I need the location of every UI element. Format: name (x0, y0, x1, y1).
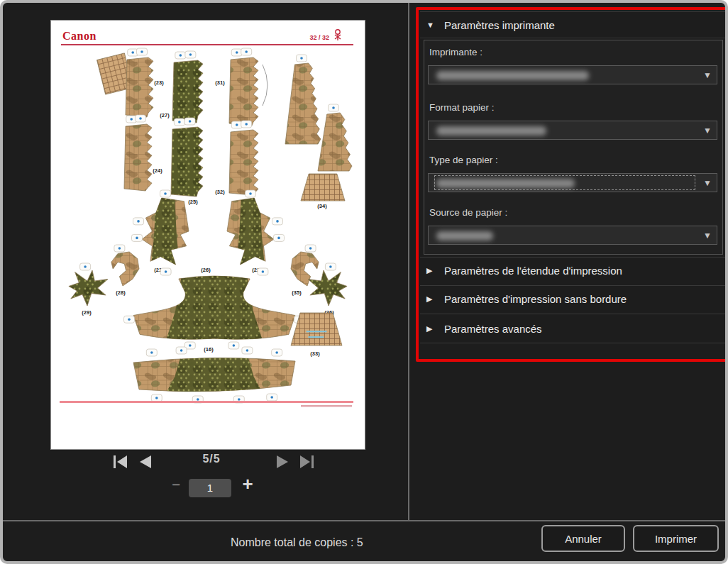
collapse-triangle-icon: ▶ (426, 294, 435, 304)
piece-label: (34) (317, 203, 327, 209)
total-copies-text: Nombre total de copies : 5 (231, 536, 363, 549)
canon-logo: Canon (62, 30, 96, 42)
piece-label: (32) (215, 189, 225, 195)
page-indicator: 5/5 (186, 453, 237, 465)
header-rule (61, 44, 353, 45)
creative-park-icon (335, 30, 341, 40)
paper-size-select[interactable]: ▼ (428, 121, 717, 140)
first-page-icon[interactable] (111, 455, 130, 469)
piece-label: (33) (310, 350, 320, 357)
section-title: Paramètres d'impression sans bordure (444, 293, 627, 305)
dropdown-arrow-icon: ▼ (703, 178, 712, 188)
piece-label: (25) (188, 199, 198, 205)
pieces-layer: (23)(27)(31)(24)(25)(32)(34)(29)(28)(21)… (69, 48, 352, 403)
paper-source-value-redacted (436, 231, 493, 240)
media-type-value-redacted (436, 179, 575, 188)
dropdown-arrow-icon: ▼ (703, 231, 712, 240)
sheet-number: 32 / 32 (309, 34, 329, 41)
dropdown-arrow-icon: ▼ (703, 70, 712, 80)
paper-source-select[interactable]: ▼ (428, 226, 717, 245)
decrease-copies-button[interactable]: − (167, 477, 184, 493)
footer-divider (3, 520, 725, 521)
last-page-icon[interactable] (297, 455, 316, 469)
dropdown-arrow-icon: ▼ (703, 126, 712, 136)
footer-rule (60, 401, 353, 403)
section-advanced-settings[interactable]: ▶ Paramètres avancés (420, 314, 725, 343)
print-button[interactable]: Imprimer (633, 525, 719, 552)
section-title: Paramètres de l'étendue d'impression (444, 265, 622, 277)
paper-size-label: Format papier : (429, 102, 699, 113)
section-title: Paramètres imprimante (444, 19, 555, 31)
printer-value-redacted (436, 71, 589, 80)
piece-label: (24) (153, 167, 162, 174)
section-printer-settings[interactable]: ▼ Paramètres imprimante (420, 11, 725, 38)
paper-size-value-redacted (436, 126, 546, 136)
printer-select[interactable]: ▼ (428, 65, 717, 84)
section-borderless-settings[interactable]: ▶ Paramètres d'impression sans bordure (420, 285, 725, 311)
piece-label: (28) (116, 289, 126, 296)
piece-label: (23) (154, 79, 164, 86)
copies-input[interactable]: 1 (189, 479, 231, 497)
piece-label: (27) (160, 112, 170, 118)
increase-copies-button[interactable]: + (238, 473, 257, 495)
collapse-triangle-icon: ▶ (426, 266, 435, 275)
media-type-label: Type de papier : (429, 155, 699, 165)
piece-label: (31) (215, 79, 225, 86)
piece-label: (29) (82, 309, 92, 316)
footer-fine-print (301, 405, 352, 407)
printer-label: Imprimante : (429, 47, 699, 57)
media-type-select[interactable]: ▼ (428, 173, 717, 192)
section-title: Paramètres avancés (444, 323, 542, 335)
section-print-area-settings[interactable]: ▶ Paramètres de l'étendue d'impression (420, 257, 725, 283)
pane-divider (408, 3, 409, 520)
previous-page-icon[interactable] (136, 455, 155, 469)
piece-label: (35) (292, 289, 302, 296)
paper-source-label: Source de papier : (429, 207, 699, 218)
expand-triangle-icon: ▼ (426, 21, 435, 29)
next-page-icon[interactable] (273, 455, 292, 469)
preview-art: Canon 32 / 32 (23)(27)(31)(24)(25)(32)(3… (51, 21, 363, 448)
cancel-button[interactable]: Annuler (541, 525, 625, 552)
collapse-triangle-icon: ▶ (426, 324, 435, 333)
piece-label: (16) (204, 346, 214, 353)
preview-page: Canon 32 / 32 (23)(27)(31)(24)(25)(32)(3… (50, 20, 365, 450)
print-dialog: Canon 32 / 32 (23)(27)(31)(24)(25)(32)(3… (0, 0, 728, 564)
piece-label: (26) (201, 267, 211, 273)
